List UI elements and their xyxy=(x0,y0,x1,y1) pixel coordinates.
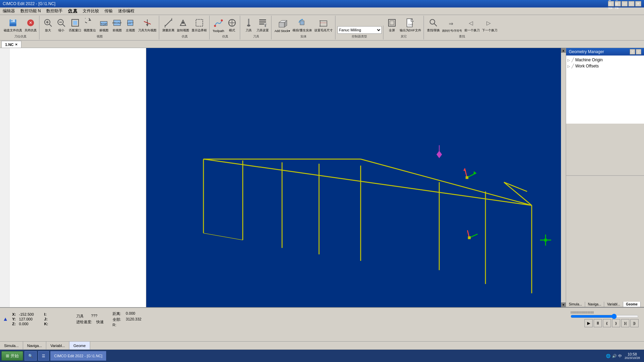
tree-item-machine-origin[interactable]: ▷ ╱ Machine Origin xyxy=(567,57,643,63)
k-value xyxy=(50,322,70,326)
left-view-btn[interactable]: LEFT 左视图 xyxy=(124,16,137,34)
add-stock-btn[interactable]: Add Stock▾ xyxy=(274,17,291,34)
goto-line-btn[interactable]: ⇒ 跳到行号/字符号 xyxy=(441,17,463,34)
viewport-scrollbar[interactable]: ▲ ▼ xyxy=(561,48,566,307)
sim-end-btn[interactable]: |⟫ xyxy=(630,319,639,327)
bottom-tab-simula[interactable]: Simula... xyxy=(0,342,23,349)
menu-editor[interactable]: 编辑器 xyxy=(0,7,18,15)
menu-sim[interactable]: 仿 真 xyxy=(65,7,80,15)
rpt-simula[interactable]: Simula... xyxy=(566,302,585,307)
xyz-coords: X: -152.500 I: Y: 127.000 J: Z: 0.000 K: xyxy=(12,312,70,326)
windows-logo: ⊞ xyxy=(6,353,9,358)
prev-tool-change-btn[interactable]: ◁ 前一个换刀 xyxy=(463,16,481,34)
fit-btn[interactable]: 匹配窗口 xyxy=(68,16,82,34)
tab-close-icon[interactable]: ✕ xyxy=(15,43,18,46)
start-button[interactable]: ⊞ 开始 xyxy=(1,351,23,361)
tool-btn[interactable]: 刀具 xyxy=(242,16,255,34)
tool-settings-btn[interactable]: 刀具设置 xyxy=(255,16,270,34)
help-btn[interactable]: 帮助 H▾ xyxy=(615,1,621,6)
scroll-down-btn[interactable]: ▼ xyxy=(561,302,566,307)
svg-rect-39 xyxy=(259,23,264,25)
feed-label: 进给速度: xyxy=(76,319,95,325)
menu-mini-prog[interactable]: 迷你编程 xyxy=(115,7,137,15)
sim-pause-btn[interactable]: ⏸ xyxy=(594,319,602,327)
right-panel: Geometry Manager ‹ › ▷ ╱ Machine Origin … xyxy=(566,48,644,307)
sim-step-back-btn[interactable]: ⟪ xyxy=(603,319,611,327)
bottom-tab-geome[interactable]: Geome xyxy=(69,342,90,349)
tab-1nc[interactable]: 1.NC ✕ xyxy=(1,41,21,48)
tool-value: ??? xyxy=(91,314,101,319)
gm-prev-btn[interactable]: ‹ xyxy=(630,49,635,54)
rpt-geome[interactable]: Geome xyxy=(623,302,641,307)
svg-rect-87 xyxy=(468,236,470,239)
front-view-btn[interactable]: FRONT 前视图 xyxy=(111,16,123,34)
main-layout: ▲ ▼ Geometry Manager ‹ › ▷ ╱ Machine Ori… xyxy=(0,48,644,307)
scroll-up-btn[interactable]: ▲ xyxy=(561,48,566,53)
mode-btn[interactable]: 模式 xyxy=(226,16,238,34)
controller-dropdown: Fanuc Milling Fanuc Turning Siemens Heid… xyxy=(337,26,382,34)
next-tool-change-btn[interactable]: ▷ 下一个换刀 xyxy=(481,16,498,34)
menu-transfer[interactable]: 传输 xyxy=(102,7,115,15)
close-btn[interactable]: ✕ xyxy=(635,1,641,6)
x-label: X: xyxy=(12,312,18,316)
tool-dir-btn[interactable]: 刀具方向视图 xyxy=(137,16,158,34)
controller-select[interactable]: Fanuc Milling Fanuc Turning Siemens Heid… xyxy=(337,26,382,34)
minimize-btn[interactable]: — xyxy=(622,1,628,6)
right-panel-bottom-tabs: Simula... Naviga... Variabl... Geome xyxy=(566,302,644,307)
start-label: 开始 xyxy=(11,353,19,359)
dist-value: 0.000 xyxy=(126,311,145,316)
bottom-tab-variabl[interactable]: Variabl... xyxy=(46,342,69,349)
view-reset-btn[interactable]: 视图复位 xyxy=(83,16,97,34)
z-label: Z: xyxy=(12,322,18,326)
menu-cnc-assist[interactable]: 数控助手 xyxy=(44,7,65,15)
taskbar-cimco-label: CIMCO Edit 2022 - [G:\1.NC] xyxy=(54,354,102,358)
rotate-view-btn[interactable]: 旋转视图 xyxy=(176,16,190,34)
measure-btn[interactable]: 测量距离 xyxy=(161,16,176,34)
bottom-tab-naviga[interactable]: Naviga... xyxy=(23,342,46,349)
rpt-naviga[interactable]: Naviga... xyxy=(585,302,604,307)
tab-bar: 1.NC ✕ xyxy=(0,41,644,48)
coords-panel: ▲ X: -152.500 I: Y: 127.000 J: Z: 0.000 … xyxy=(0,308,644,330)
title-bar-left: CIMCO Edit 2022 - [G:\1.NC] xyxy=(3,1,55,6)
gm-next-btn[interactable]: › xyxy=(636,49,641,54)
fullscreen-btn[interactable]: 全屏 xyxy=(385,16,398,34)
menu-compare[interactable]: 文件比较 xyxy=(80,7,102,15)
zoom-out-btn[interactable]: 缩小 xyxy=(55,16,68,34)
svg-line-25 xyxy=(165,19,172,26)
i-label: I: xyxy=(44,312,48,316)
taskbar-cimco[interactable]: CIMCO Edit 2022 - [G:\1.NC] xyxy=(50,351,106,361)
show-bounds-btn[interactable]: 显示边界框 xyxy=(191,16,208,34)
export-dxf-btn[interactable]: DXF 输出为DXF文件 xyxy=(399,16,422,34)
sim-viewport[interactable]: ▲ ▼ xyxy=(146,48,566,307)
gm-tree: ▷ ╱ Machine Origin ▷ ╱ Work Offsets xyxy=(566,56,644,124)
svg-rect-82 xyxy=(466,176,468,179)
rpt-variabl[interactable]: Variabl... xyxy=(604,302,623,307)
find-replace-btn[interactable]: 查找/替换 xyxy=(426,16,441,34)
zoom-in-btn[interactable]: 放大 xyxy=(42,16,54,34)
toolbar-group-other: 全屏 DXF 输出为DXF文件 其它 xyxy=(384,16,424,40)
feed-value: 快速 xyxy=(96,319,106,325)
top-view-btn[interactable]: TOP 俯视图 xyxy=(97,16,110,34)
sim-progress-slider[interactable] xyxy=(571,315,639,318)
svg-rect-51 xyxy=(390,21,394,25)
taskbar-icon-search[interactable]: 🔍 xyxy=(24,351,37,361)
taskbar-icon-view[interactable]: ☰ xyxy=(38,351,49,361)
sim-play-btn[interactable]: ▶ xyxy=(584,319,593,327)
close-sim-btn[interactable]: ✕ 关闭仿真 xyxy=(23,16,38,34)
sim-skip-fwd-btn[interactable]: ⟫| xyxy=(621,319,629,327)
set-stock-btn[interactable]: 设置毛坯尺寸 xyxy=(313,16,334,34)
sim-group-label: 刀位仿真 xyxy=(14,34,27,39)
line-number-col xyxy=(0,48,10,307)
regen-solid-btn[interactable]: 模拟/重生实体 xyxy=(292,16,313,34)
code-col[interactable] xyxy=(10,48,146,307)
maximize-btn[interactable]: □ xyxy=(628,1,634,6)
tree-item-work-offsets[interactable]: ▷ ╱ Work Offsets xyxy=(567,63,643,69)
menu-cnc-func[interactable]: 数控功能 N xyxy=(18,7,44,15)
sim-step-fwd-btn[interactable]: ⟫ xyxy=(612,319,620,327)
svg-rect-14 xyxy=(73,21,77,25)
app-title: CIMCO Edit 2022 - [G:\1.NC] xyxy=(3,1,55,6)
disk-sim-btn[interactable]: 磁盘文件仿真 xyxy=(3,16,23,34)
toolpath-btn[interactable]: Toolpath xyxy=(212,17,225,34)
clock[interactable]: 10:58 2023/10/28 xyxy=(625,352,640,360)
window-menu-btn[interactable]: 窗口 W▾ xyxy=(608,1,614,6)
